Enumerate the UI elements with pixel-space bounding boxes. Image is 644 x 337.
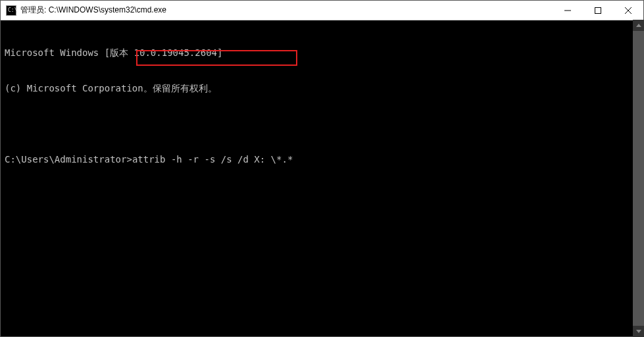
prompt-line: C:\Users\Administrator>attrib -h -r -s /… (5, 153, 639, 165)
cmd-icon: C:\ (6, 5, 16, 16)
maximize-button[interactable] (583, 1, 613, 20)
scroll-up-button[interactable] (633, 20, 644, 31)
minimize-icon (564, 7, 571, 14)
scroll-thumb[interactable] (633, 31, 644, 326)
close-icon (625, 7, 632, 14)
close-button[interactable] (613, 1, 643, 20)
window-controls (553, 1, 643, 20)
window-title: 管理员: C:\WINDOWS\system32\cmd.exe (20, 5, 166, 16)
blank-line (5, 118, 639, 130)
svg-marker-4 (636, 24, 641, 27)
titlebar-left: C:\ 管理员: C:\WINDOWS\system32\cmd.exe (1, 5, 166, 16)
prompt-text: C:\Users\Administrator> (5, 154, 132, 165)
cmd-icon-text: C:\ (8, 8, 17, 13)
titlebar: C:\ 管理员: C:\WINDOWS\system32\cmd.exe (1, 1, 643, 20)
command-text: attrib -h -r -s /s /d X: \*.* (132, 154, 293, 165)
version-line: Microsoft Windows [版本 10.0.19045.2604] (5, 47, 639, 59)
terminal-area[interactable]: Microsoft Windows [版本 10.0.19045.2604] (… (1, 20, 643, 336)
scroll-track[interactable] (633, 31, 644, 326)
svg-rect-1 (595, 7, 601, 13)
maximize-icon (595, 7, 601, 14)
scroll-down-button[interactable] (633, 326, 644, 337)
svg-marker-5 (636, 330, 641, 333)
vertical-scrollbar[interactable] (633, 20, 644, 337)
copyright-line: (c) Microsoft Corporation。保留所有权利。 (5, 82, 639, 94)
minimize-button[interactable] (553, 1, 583, 20)
cmd-window: C:\ 管理员: C:\WINDOWS\system32\cmd.exe Mic… (0, 0, 644, 337)
